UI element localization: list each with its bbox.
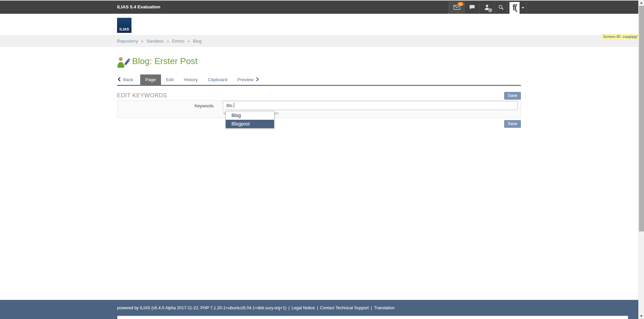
keywords-input[interactable]	[223, 101, 518, 110]
scroll-down-button[interactable]	[639, 313, 644, 319]
chevron-right-icon	[256, 77, 259, 83]
tab-history[interactable]: History	[179, 74, 203, 85]
breadcrumb-repository[interactable]: Repository	[117, 39, 138, 44]
footer-separator: |	[317, 306, 318, 310]
breadcrumb-separator: »	[167, 39, 169, 44]
ilias-logo[interactable]: ILIAS	[117, 18, 131, 33]
tab-preview[interactable]: Preview	[232, 74, 264, 85]
footer-link-legal-notice[interactable]: Legal Notice	[291, 306, 315, 310]
tab-clipboard[interactable]: Clipboard	[203, 74, 232, 85]
autocomplete-option-blog[interactable]: Blog	[226, 111, 274, 120]
tab-page[interactable]: Page	[140, 74, 161, 85]
topbar-icon-group: 11 2 f(	[448, 1, 527, 14]
keywords-autocomplete-dropdown: Blog Blogpost	[225, 111, 274, 128]
tab-label: Edit	[166, 77, 174, 82]
footer-link-translation[interactable]: Translation	[374, 306, 394, 310]
tab-label: Back	[123, 77, 133, 82]
page-title: Blog: Erster Post	[132, 56, 198, 66]
vertical-scrollbar[interactable]	[638, 0, 644, 319]
footer-text: powered by ILIAS (v5.4.0 Alpha 2017-11-2…	[117, 306, 394, 310]
mail-count-badge: 11	[458, 2, 464, 6]
breadcrumb-blog[interactable]: Blog	[193, 39, 202, 44]
scroll-down-icon	[640, 315, 643, 317]
scroll-up-button[interactable]	[639, 0, 644, 6]
save-button-bottom[interactable]: Save	[504, 120, 521, 128]
speech-bubble-icon	[469, 5, 475, 11]
tab-label: History	[184, 77, 198, 82]
blog-author-pencil-icon	[117, 57, 130, 69]
contacts-count-badge: 2	[488, 8, 492, 12]
breadcrumb-sandbox[interactable]: Sandbox	[146, 39, 163, 44]
tab-label: Clipboard	[208, 77, 227, 82]
breadcrumb-bar: Repository » Sandbox » Enrico » Blog	[0, 35, 638, 47]
main-navbar: PERSONAL DESKTOP ▾ REPOSITORY ▾ ADMINIST…	[0, 14, 638, 35]
tab-bar: Back Page Edit History Clipboard Preview	[117, 74, 521, 86]
tab-back[interactable]: Back	[117, 74, 138, 85]
profile-menu-button[interactable]: f(	[507, 1, 527, 14]
autocomplete-option-blogpost[interactable]: Blogpost	[226, 120, 274, 128]
chat-button[interactable]	[465, 1, 479, 14]
app-title: ILIAS 5.4 Evaluation	[117, 4, 160, 9]
keywords-label: Keywords	[117, 103, 214, 108]
profile-avatar: f(	[509, 2, 520, 14]
ilias-app-window: ILIAS 5.4 Evaluation 11 2	[0, 0, 644, 319]
powered-by-text: powered by ILIAS (v5.4.0 Alpha 2017-11-2…	[117, 306, 286, 310]
search-button[interactable]	[495, 1, 507, 14]
section-heading: EDIT KEYWORDS	[117, 92, 167, 99]
text-cursor	[234, 103, 234, 108]
screen-id-badge: Screen-ID: copg/pg/	[602, 34, 638, 40]
topbar: ILIAS 5.4 Evaluation 11 2	[0, 0, 638, 14]
contacts-button[interactable]: 2	[479, 1, 495, 14]
chevron-left-icon	[118, 77, 121, 83]
breadcrumb-separator: »	[187, 39, 190, 44]
bottom-dotted-divider	[117, 316, 628, 319]
tab-label: Page	[145, 77, 156, 82]
breadcrumb-separator: »	[141, 39, 143, 44]
breadcrumb-enrico[interactable]: Enrico	[172, 39, 184, 44]
save-button-top[interactable]: Save	[504, 92, 521, 100]
tab-label: Preview	[237, 77, 254, 82]
magnifier-icon	[498, 5, 504, 11]
mail-button[interactable]: 11	[448, 1, 465, 14]
breadcrumb: Repository » Sandbox » Enrico » Blog	[117, 39, 202, 44]
footer-separator: |	[288, 306, 289, 310]
footer-link-contact-support[interactable]: Contact Technical Support	[320, 306, 369, 310]
scrollbar-thumb[interactable]	[639, 6, 644, 231]
scroll-up-icon	[640, 2, 643, 4]
caret-down-icon	[522, 7, 524, 9]
tab-edit[interactable]: Edit	[161, 74, 179, 85]
footer-separator: |	[371, 306, 372, 310]
